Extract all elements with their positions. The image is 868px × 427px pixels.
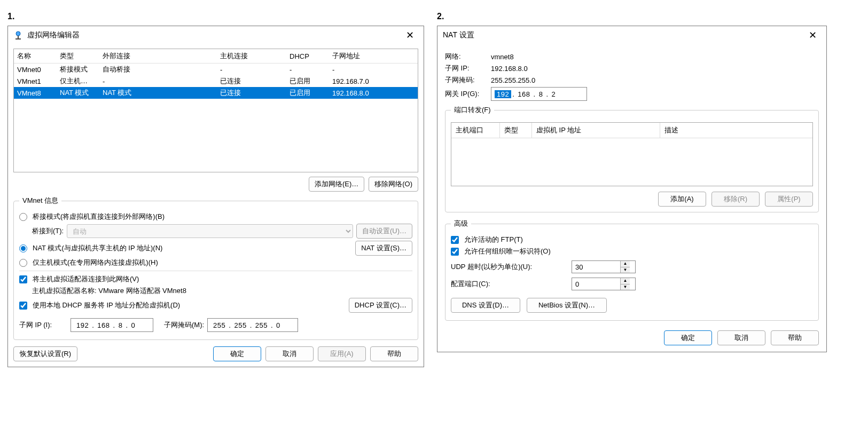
- check-use-dhcp[interactable]: [19, 302, 27, 310]
- subnet-mask-input[interactable]: 255. 255. 255. 0: [207, 318, 298, 332]
- nat-settings-button[interactable]: NAT 设置(S)…: [355, 241, 412, 256]
- table-cell: -: [286, 64, 329, 76]
- subnet-ip-label: 子网 IP:: [445, 64, 491, 73]
- config-port-input[interactable]: ▲▼: [572, 278, 636, 290]
- advanced-group: 高级 允许活动的 FTP(T) 允许任何组织唯一标识符(O) UDP 超时(以秒…: [445, 219, 819, 321]
- network-label: 网络:: [445, 52, 491, 61]
- help-button[interactable]: 帮助: [771, 330, 819, 345]
- col-external: 外部连接: [99, 49, 217, 64]
- titlebar: NAT 设置 ✕: [437, 26, 826, 44]
- table-cell: VMnet8: [14, 87, 57, 99]
- col-vm-ip: 虚拟机 IP 地址: [531, 123, 660, 138]
- table-cell: 仅主机…: [57, 75, 99, 87]
- vmnet-info-group: VMnet 信息 桥接模式(将虚拟机直接连接到外部网络)(B) 桥接到(T): …: [13, 196, 418, 340]
- ok-button[interactable]: 确定: [664, 330, 712, 345]
- udp-timeout-label: UDP 超时(以秒为单位)(U):: [451, 262, 568, 272]
- table-cell: -: [99, 75, 217, 87]
- table-row[interactable]: VMnet0桥接模式自动桥接---: [14, 64, 418, 76]
- dns-settings-button[interactable]: DNS 设置(D)…: [451, 298, 520, 313]
- gateway-ip-input[interactable]: 192. 168. 8. 2: [491, 87, 587, 101]
- remove-network-button[interactable]: 移除网络(O): [369, 177, 418, 192]
- table-cell: 192.168.7.0: [329, 75, 418, 87]
- config-port-value[interactable]: [572, 278, 620, 290]
- col-dhcp: DHCP: [286, 49, 329, 64]
- table-cell: 已连接: [217, 87, 286, 99]
- port-forwarding-group: 端口转发(F) 主机端口 类型 虚拟机 IP 地址 描述 添加(A) 移除(R)…: [445, 105, 819, 212]
- network-table[interactable]: 名称 类型 外部连接 主机连接 DHCP 子网地址 VMnet0桥接模式自动桥接…: [13, 49, 418, 172]
- figure-number-2: 2.: [437, 12, 444, 21]
- table-cell: -: [217, 64, 286, 76]
- table-cell: -: [329, 64, 418, 76]
- bridge-to-label: 桥接到(T):: [32, 226, 64, 236]
- udp-timeout-value[interactable]: [572, 261, 620, 273]
- advanced-legend: 高级: [451, 219, 471, 228]
- table-cell: 已启用: [286, 87, 329, 99]
- dialog-title: NAT 设置: [443, 30, 474, 40]
- radio-nat-label: NAT 模式(与虚拟机共享主机的 IP 地址)(N): [33, 243, 162, 253]
- udp-timeout-input[interactable]: ▲▼: [572, 260, 636, 273]
- add-network-button[interactable]: 添加网络(E)…: [309, 177, 364, 192]
- check-allow-oui-label: 允许任何组织唯一标识符(O): [464, 247, 551, 256]
- check-use-dhcp-label: 使用本地 DHCP 服务将 IP 地址分配给虚拟机(D): [33, 301, 180, 310]
- spin-down-icon[interactable]: ▼: [621, 284, 630, 290]
- col-description: 描述: [660, 123, 812, 138]
- svg-rect-1: [18, 36, 19, 38]
- radio-bridge[interactable]: [19, 213, 27, 221]
- check-allow-ftp[interactable]: [451, 236, 459, 244]
- check-allow-oui[interactable]: [451, 248, 459, 256]
- port-forwarding-legend: 端口转发(F): [451, 105, 494, 115]
- radio-bridge-label: 桥接模式(将虚拟机直接连接到外部网络)(B): [33, 212, 165, 222]
- table-cell: 自动桥接: [99, 64, 217, 76]
- spin-down-icon[interactable]: ▼: [621, 267, 630, 273]
- remove-button: 移除(R): [711, 192, 760, 207]
- titlebar: 虚拟网络编辑器 ✕: [8, 26, 424, 44]
- col-type: 类型: [57, 49, 99, 64]
- table-cell: NAT 模式: [57, 87, 99, 99]
- radio-hostonly[interactable]: [19, 259, 27, 267]
- table-cell: VMnet0: [14, 64, 57, 76]
- add-button[interactable]: 添加(A): [658, 192, 706, 207]
- network-value: vmnet8: [491, 53, 514, 61]
- cancel-button[interactable]: 取消: [265, 346, 314, 361]
- close-icon[interactable]: ✕: [802, 28, 823, 42]
- table-row[interactable]: VMnet1仅主机…-已连接已启用192.168.7.0: [14, 75, 418, 87]
- network-icon: [13, 30, 23, 40]
- table-cell: NAT 模式: [99, 87, 217, 99]
- dialog-title: 虚拟网络编辑器: [27, 30, 80, 40]
- table-row[interactable]: VMnet8NAT 模式NAT 模式已连接已启用192.168.8.0: [14, 87, 418, 99]
- properties-button: 属性(P): [765, 192, 813, 207]
- cancel-button[interactable]: 取消: [717, 330, 765, 345]
- bridge-to-select: 自动: [67, 224, 353, 238]
- help-button[interactable]: 帮助: [370, 346, 418, 361]
- check-connect-host-adapter[interactable]: [19, 275, 27, 283]
- host-adapter-name: 主机虚拟适配器名称: VMware 网络适配器 VMnet8: [32, 286, 186, 296]
- port-forwarding-table[interactable]: 主机端口 类型 虚拟机 IP 地址 描述: [451, 122, 813, 186]
- subnet-mask-label: 子网掩码:: [445, 75, 491, 85]
- table-cell: 已连接: [217, 75, 286, 87]
- ok-button[interactable]: 确定: [213, 346, 261, 361]
- col-host: 主机连接: [217, 49, 286, 64]
- apply-button: 应用(A): [318, 346, 366, 361]
- netbios-settings-button[interactable]: NetBios 设置(N)…: [527, 298, 607, 313]
- spin-up-icon[interactable]: ▲: [621, 278, 630, 284]
- svg-rect-2: [15, 38, 21, 39]
- table-cell: 桥接模式: [57, 64, 99, 76]
- nat-settings-dialog: NAT 设置 ✕ 网络:vmnet8 子网 IP:192.168.8.0 子网掩…: [437, 26, 827, 352]
- subnet-ip-input[interactable]: 192. 168. 8. 0: [71, 318, 153, 332]
- svg-point-0: [16, 31, 20, 36]
- radio-hostonly-label: 仅主机模式(在专用网络内连接虚拟机)(H): [33, 258, 158, 267]
- spin-up-icon[interactable]: ▲: [621, 261, 630, 267]
- vmnet-info-legend: VMnet 信息: [19, 196, 61, 205]
- close-icon[interactable]: ✕: [399, 28, 420, 42]
- dhcp-settings-button[interactable]: DHCP 设置(C)…: [349, 298, 412, 313]
- table-cell: 192.168.8.0: [329, 87, 418, 99]
- virtual-network-editor-dialog: 虚拟网络编辑器 ✕ 名称 类型 外部连接 主机连接 DHCP 子网地址: [7, 26, 424, 367]
- radio-nat[interactable]: [19, 244, 27, 252]
- col-subnet: 子网地址: [329, 49, 418, 64]
- subnet-mask-value: 255.255.255.0: [491, 76, 535, 84]
- restore-defaults-button[interactable]: 恢复默认设置(R): [13, 346, 77, 361]
- gateway-ip-label: 网关 IP(G):: [445, 89, 491, 99]
- auto-setup-button: 自动设置(U)…: [356, 224, 412, 239]
- subnet-mask-label: 子网掩码(M):: [164, 320, 204, 330]
- subnet-ip-label: 子网 IP (I):: [19, 320, 67, 330]
